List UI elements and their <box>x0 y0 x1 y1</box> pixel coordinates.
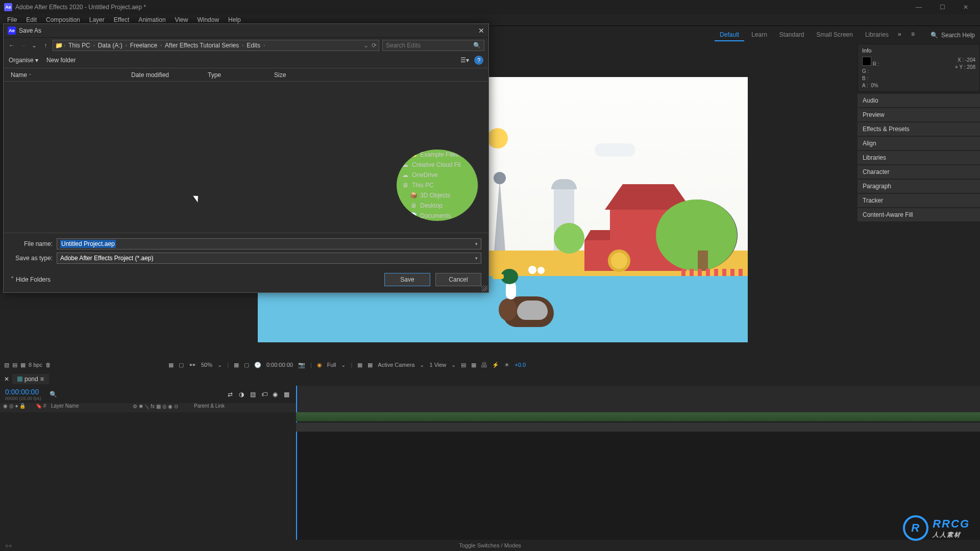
viewer-icon2[interactable]: ▢ <box>179 362 184 368</box>
resize-grip[interactable] <box>481 285 487 291</box>
save-type-select[interactable]: Adobe After Effects Project (*.aep) ▾ <box>57 253 481 264</box>
workspace-libraries[interactable]: Libraries <box>860 29 894 41</box>
help-icon[interactable]: ? <box>474 56 483 65</box>
crumb-1[interactable]: Data (A:) <box>96 42 125 49</box>
panel-align[interactable]: Align <box>857 137 980 150</box>
layer-track-2[interactable] <box>296 422 980 432</box>
panel-paragraph[interactable]: Paragraph <box>857 180 980 193</box>
panel-preview[interactable]: Preview <box>857 108 980 121</box>
snapshot-icon[interactable]: 📷 <box>298 362 305 368</box>
file-list-header[interactable]: Name˄ Date modified Type Size <box>4 68 488 82</box>
workspace-overflow-icon[interactable]: » <box>898 31 907 40</box>
exposure-icon[interactable]: ☀ <box>504 362 509 368</box>
timeline-tab-pond[interactable]: pond ≡ <box>12 374 49 384</box>
trash-icon[interactable]: 🗑 <box>45 362 51 368</box>
save-type-dropdown-icon[interactable]: ▾ <box>475 256 478 261</box>
maximize-button[interactable]: ☐ <box>932 1 952 13</box>
project-icon3[interactable]: ▦ <box>20 362 26 368</box>
tl-tool-icon6[interactable]: ▦ <box>284 391 291 398</box>
panel-libraries[interactable]: Libraries <box>857 151 980 164</box>
crumb-4[interactable]: Edits <box>244 42 262 49</box>
tl-tool-icon4[interactable]: 🏷 <box>261 391 268 398</box>
tree-item-creative-cloud-fil[interactable]: ☁Creative Cloud Fil <box>397 160 478 170</box>
current-time[interactable]: 0:00:00:00 <box>5 388 41 396</box>
dialog-search-input[interactable] <box>386 42 470 49</box>
preview-time[interactable]: 0:00:00:00 <box>266 362 293 368</box>
exposure-value[interactable]: +0.0 <box>514 362 526 368</box>
search-help-input[interactable]: Search Help <box>941 32 975 39</box>
mask-icon[interactable]: 👓 <box>189 362 196 368</box>
expand-icon[interactable]: ⟐ <box>5 542 9 548</box>
view-count[interactable]: 1 View <box>429 362 446 368</box>
resolution-icon[interactable]: ▦ <box>234 362 239 368</box>
save-button[interactable]: Save <box>384 273 430 286</box>
tree-item-3d-objects[interactable]: 📦3D Objects <box>397 190 478 201</box>
tl-tool-icon2[interactable]: ◑ <box>239 391 246 398</box>
file-name-input[interactable]: Untitled Project.aep ▾ <box>57 238 481 249</box>
viewer-grid-icon[interactable]: ▦ <box>357 362 362 368</box>
workspace-small-screen[interactable]: Small Screen <box>812 29 858 41</box>
resolution-mode[interactable]: Full <box>327 362 336 368</box>
playhead[interactable] <box>296 386 297 549</box>
view-mode-icon[interactable]: ☰▾ <box>460 57 469 64</box>
layer-search-input[interactable]: 🔍 <box>50 391 228 398</box>
close-window-button[interactable]: ✕ <box>955 1 976 13</box>
col-type-hdr[interactable]: Type <box>208 71 274 79</box>
crumb-0[interactable]: This PC <box>66 42 92 49</box>
panel-audio[interactable]: Audio <box>857 94 980 107</box>
col-size-hdr[interactable]: Size <box>274 71 320 79</box>
crumb-2[interactable]: Freelance <box>128 42 159 49</box>
tree-item-this-pc[interactable]: 🖥This PC <box>397 180 478 190</box>
tl-tool-icon5[interactable]: ◉ <box>273 391 280 398</box>
timeline-close-icon[interactable]: ✕ <box>4 375 9 383</box>
minimize-button[interactable]: — <box>909 1 929 13</box>
tl-tool-icon[interactable]: ⇄ <box>228 391 235 398</box>
fast-preview-icon[interactable]: ⚡ <box>492 362 499 368</box>
panel-tracker[interactable]: Tracker <box>857 194 980 207</box>
crumb-3[interactable]: After Effects Tutorial Series <box>163 42 241 49</box>
tree-item-desktop[interactable]: 🖥Desktop <box>397 201 478 211</box>
grid-icon[interactable]: ▢ <box>244 362 249 368</box>
workspace-learn[interactable]: Learn <box>746 29 772 41</box>
new-folder-button[interactable]: New folder <box>46 57 76 64</box>
zoom-value[interactable]: 50% <box>201 362 212 368</box>
nav-up-icon[interactable]: ↑ <box>41 42 50 49</box>
col-name-hdr[interactable]: Name <box>11 71 27 79</box>
organise-menu[interactable]: Organise ▾ <box>9 57 38 64</box>
hide-folders-toggle[interactable]: ˄Hide Folders <box>11 276 51 283</box>
cancel-button[interactable]: Cancel <box>435 273 481 286</box>
panel-character[interactable]: Character <box>857 165 980 179</box>
layer-track-1[interactable] <box>296 412 980 421</box>
project-icon[interactable]: ▧ <box>4 362 9 368</box>
panel-menu-icon[interactable]: ≡ <box>911 31 920 40</box>
camera-select[interactable]: Active Camera <box>378 362 414 368</box>
breadcrumb-bar[interactable]: 📁 › This PC›Data (A:)›Freelance›After Ef… <box>53 40 379 51</box>
dialog-close-button[interactable]: ✕ <box>478 27 484 35</box>
viewer-icon3[interactable]: ▤ <box>461 362 466 368</box>
tab-menu-icon[interactable]: ≡ <box>40 375 44 383</box>
panel-effects-presets[interactable]: Effects & Presets <box>857 122 980 136</box>
viewer-icon5[interactable]: 品 <box>481 361 487 369</box>
project-bpc[interactable]: 8 bpc <box>29 362 42 368</box>
nav-forward-icon[interactable]: → <box>19 42 27 49</box>
nav-back-icon[interactable]: ← <box>8 42 16 49</box>
refresh-icon[interactable]: ⟳ <box>372 42 377 49</box>
viewer-grid-icon2[interactable]: ▦ <box>368 362 373 368</box>
tl-tool-icon3[interactable]: ▤ <box>250 391 257 398</box>
expand-icon2[interactable]: ⟐ <box>9 542 12 548</box>
file-name-dropdown-icon[interactable]: ▾ <box>475 241 478 246</box>
toggle-switches[interactable]: Toggle Switches / Modes <box>459 542 521 548</box>
panel-content-aware-fill[interactable]: Content-Aware Fill <box>857 208 980 221</box>
col-date-hdr[interactable]: Date modified <box>131 71 208 79</box>
viewer-icon4[interactable]: ▦ <box>471 362 476 368</box>
workspace-standard[interactable]: Standard <box>774 29 810 41</box>
tree-item-onedrive[interactable]: ☁OneDrive <box>397 170 478 180</box>
time-icon[interactable]: 🕐 <box>254 362 261 368</box>
nav-recent-icon[interactable]: ⌄ <box>30 42 38 49</box>
region-icon[interactable]: ◉ <box>317 362 322 368</box>
search-icon[interactable]: 🔍 <box>473 42 481 49</box>
workspace-default[interactable]: Default <box>715 29 744 41</box>
viewer-icon[interactable]: ▦ <box>168 362 174 368</box>
breadcrumb-dropdown-icon[interactable]: ⌄ <box>363 42 369 49</box>
project-icon2[interactable]: ▤ <box>12 362 17 368</box>
